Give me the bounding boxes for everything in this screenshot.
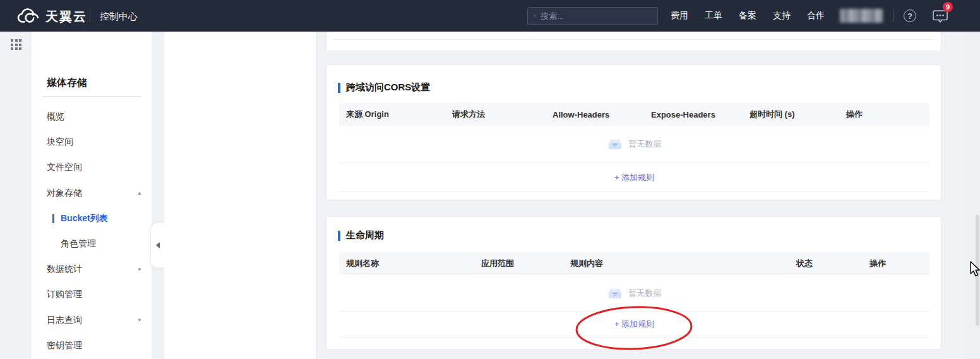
app-grid-icon[interactable] <box>11 39 21 50</box>
caret-down-icon: ▼ <box>137 267 142 272</box>
column-header-origin: 来源 Origin <box>339 109 445 120</box>
caret-down-icon: ▼ <box>137 317 142 323</box>
search-icon <box>534 11 536 21</box>
sidebar-item-object-storage[interactable]: 对象存储 ▲ <box>32 181 152 206</box>
column-header-scope: 应用范围 <box>474 258 563 269</box>
navbar-menu: 费用 工单 备案 支持 合作 <box>671 0 825 32</box>
empty-box-icon <box>607 138 623 150</box>
sidebar-item-block-space[interactable]: 块空间 <box>32 130 152 155</box>
divider <box>334 39 933 40</box>
sidebar-item-label: Bucket列表 <box>61 213 108 224</box>
sidebar-item-label: 角色管理 <box>61 238 96 250</box>
menu-item-icp[interactable]: 备案 <box>739 10 756 21</box>
messages-icon[interactable] <box>933 10 948 23</box>
cloud-logo-icon[interactable] <box>16 7 42 25</box>
sidebar-item-key-management[interactable]: 密钥管理 <box>32 333 152 358</box>
cors-table: 来源 Origin 请求方法 Allow-Headers Expose-Head… <box>339 103 929 192</box>
sidebar-item-file-space[interactable]: 文件空间 <box>32 155 152 180</box>
column-header-status: 状态 <box>789 258 863 269</box>
search-input[interactable] <box>541 11 652 21</box>
cors-add-row: + 添加规则 <box>339 163 929 192</box>
divider <box>90 9 90 22</box>
column-header-expose-headers: Expose-Headers <box>644 110 743 119</box>
column-header-allow-headers: Allow-Headers <box>546 110 644 119</box>
menu-item-billing[interactable]: 费用 <box>671 10 688 21</box>
sidebar-item-label: 文件空间 <box>47 162 82 173</box>
sidebar-item-bucket-list[interactable]: Bucket列表 <box>32 206 152 231</box>
sidebar-item-log-query[interactable]: 日志查询 ▼ <box>32 308 152 333</box>
sidebar-collapse-handle[interactable] <box>150 222 164 268</box>
scrollbar-thumb[interactable] <box>976 215 979 326</box>
message-count-badge: 9 <box>943 2 953 12</box>
chevron-left-icon <box>156 242 160 248</box>
cors-add-rule-link[interactable]: + 添加规则 <box>614 172 654 183</box>
cors-empty-state: 暂无数据 <box>339 126 929 163</box>
content-left-panel <box>164 32 317 359</box>
sidebar-item-overview[interactable]: 概览 <box>32 104 152 130</box>
lifecycle-panel: 生命周期 规则名称 应用范围 规则内容 状态 操作 暂无数据 + 添加规则 <box>326 216 941 350</box>
active-indicator-bar <box>52 214 54 223</box>
sidebar-nav: 概览 块空间 文件空间 对象存储 ▲ Bucket列表 角色管理 数据统计 ▼ … <box>32 104 152 358</box>
cors-panel-title: 跨域访问CORS设置 <box>338 82 430 94</box>
scrolled-out-panel <box>326 32 941 51</box>
top-navbar: 天翼云 控制中心 费用 工单 备案 支持 合作 ? 9 <box>0 0 980 32</box>
lifecycle-table: 规则名称 应用范围 规则内容 状态 操作 暂无数据 + 添加规则 <box>339 252 929 338</box>
menu-item-tickets[interactable]: 工单 <box>705 10 722 21</box>
sidebar-item-role-management[interactable]: 角色管理 <box>32 231 152 257</box>
empty-text: 暂无数据 <box>629 138 662 150</box>
title-accent-bar <box>338 231 340 241</box>
divider <box>42 96 141 97</box>
sidebar-item-label: 对象存储 <box>47 188 82 199</box>
lifecycle-add-rule-link[interactable]: + 添加规则 <box>614 319 654 330</box>
sidebar-item-label: 密钥管理 <box>47 340 82 351</box>
lifecycle-table-header: 规则名称 应用范围 规则内容 状态 操作 <box>339 252 929 275</box>
lifecycle-add-row: + 添加规则 <box>339 312 929 338</box>
empty-box-icon <box>607 288 623 299</box>
lifecycle-panel-title-text: 生命周期 <box>346 229 384 241</box>
cors-panel-title-text: 跨域访问CORS设置 <box>346 82 430 94</box>
caret-up-icon: ▲ <box>137 190 142 196</box>
title-accent-bar <box>338 83 340 93</box>
lifecycle-panel-title: 生命周期 <box>338 229 384 241</box>
column-header-rule-content: 规则内容 <box>563 258 789 269</box>
cors-table-header: 来源 Origin 请求方法 Allow-Headers Expose-Head… <box>339 103 929 126</box>
brand-name[interactable]: 天翼云 <box>45 8 87 25</box>
empty-text: 暂无数据 <box>629 288 662 299</box>
sidebar-item-data-statistics[interactable]: 数据统计 ▼ <box>32 257 152 282</box>
column-header-timeout: 超时时间 (s) <box>743 109 839 120</box>
sidebar-item-label: 订购管理 <box>47 289 82 300</box>
sidebar-title: 媒体存储 <box>47 76 87 90</box>
help-icon[interactable]: ? <box>904 9 916 22</box>
console-center-label[interactable]: 控制中心 <box>100 11 138 23</box>
menu-item-cooperation[interactable]: 合作 <box>807 10 825 21</box>
sidebar-item-order-management[interactable]: 订购管理 <box>32 282 152 307</box>
sidebar-item-label: 块空间 <box>47 137 73 148</box>
cors-settings-panel: 跨域访问CORS设置 来源 Origin 请求方法 Allow-Headers … <box>326 64 941 200</box>
divider <box>893 9 893 22</box>
sidebar-item-label: 数据统计 <box>47 264 82 275</box>
global-search[interactable] <box>527 7 658 25</box>
column-header-actions: 操作 <box>863 258 929 269</box>
lifecycle-empty-state: 暂无数据 <box>339 275 929 312</box>
sidebar: 媒体存储 概览 块空间 文件空间 对象存储 ▲ Bucket列表 角色管理 数据… <box>32 32 152 359</box>
column-header-method: 请求方法 <box>445 109 546 120</box>
sidebar-item-label: 日志查询 <box>47 315 82 326</box>
column-header-rule-name: 规则名称 <box>339 258 474 269</box>
user-account-redacted[interactable] <box>840 9 883 23</box>
menu-item-support[interactable]: 支持 <box>773 10 791 21</box>
column-header-actions: 操作 <box>839 109 929 120</box>
sidebar-item-label: 概览 <box>47 111 64 123</box>
